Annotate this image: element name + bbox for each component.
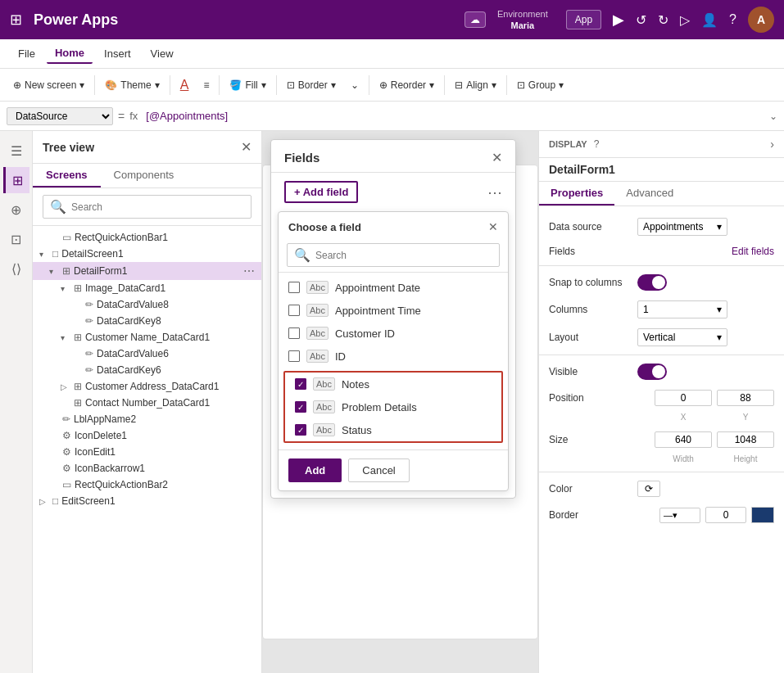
choose-search-input[interactable] [315,250,492,261]
size-h-input[interactable] [717,431,774,448]
undo-icon[interactable]: ↺ [636,12,646,28]
add-btn[interactable]: Add [288,458,342,482]
pos-y-input[interactable] [717,390,774,406]
tree-close-btn[interactable]: ✕ [241,139,252,155]
tree-item-icondelete1[interactable]: ⚙ IconDelete1 [33,427,261,444]
border-style-btn[interactable]: — ▾ [659,508,700,523]
align-text-btn[interactable]: ≡ [197,76,215,94]
field-item-id[interactable]: Abc ID [279,345,508,368]
size-w-input[interactable] [655,431,712,448]
pos-x-input[interactable] [655,390,712,406]
tree-item-iconedit1[interactable]: ⚙ IconEdit1 [33,444,261,460]
field-item-status[interactable]: ✓ Abc Status [285,418,501,441]
tree-item-editscreen1[interactable]: ▷ □ EditScreen1 [33,493,261,509]
group-icon: ⊡ [517,79,525,91]
menu-file[interactable]: File [10,44,43,63]
field-item-customer-id[interactable]: Abc Customer ID [279,322,508,345]
tree-tab-screens[interactable]: Screens [33,164,101,187]
reorder-btn[interactable]: ⊕ Reorder ▾ [373,76,441,94]
menu-home[interactable]: Home [47,43,93,64]
field-checkbox-id[interactable] [288,350,300,362]
menu-insert[interactable]: Insert [96,44,139,63]
border-width-input[interactable] [705,507,746,523]
play-icon[interactable]: ▶ [613,11,624,29]
property-select[interactable]: DataSource [7,107,113,125]
dropdown-arrow-btn[interactable]: ⌄ [344,76,365,94]
tree-tab-components[interactable]: Components [101,164,188,187]
choose-field-search-area: 🔍 [279,238,508,273]
add-field-btn[interactable]: + Add field [284,181,358,203]
tree-search-input[interactable] [71,201,244,213]
field-checkbox-notes[interactable]: ✓ [295,378,306,390]
formula-input[interactable] [143,110,764,122]
tab-advanced[interactable]: Advanced [614,182,685,206]
sidebar-icon-data[interactable]: ⊡ [3,226,29,252]
fx-button[interactable]: fx [129,110,138,122]
help-icon[interactable]: ? [729,12,736,27]
run-icon[interactable]: ▷ [680,12,690,28]
group-btn[interactable]: ⊡ Group ▾ [510,76,570,94]
sidebar-icon-treeview[interactable]: ⊞ [3,167,29,193]
columns-value: 1 [643,304,649,315]
field-item-notes[interactable]: ✓ Abc Notes [285,373,501,395]
align-btn[interactable]: ⊟ Align ▾ [448,76,503,94]
tree-item-rectquickactionbar1[interactable]: ▭ RectQuickActionBar1 [33,229,261,246]
sidebar-icon-variables[interactable]: ⟨⟩ [3,255,29,282]
tree-item-iconbackarrow1[interactable]: ⚙ IconBackarrow1 [33,460,261,477]
props-expand-btn[interactable]: › [770,138,774,151]
top-icons: App ▶ ↺ ↻ ▷ 👤 ? A [566,7,774,33]
sidebar-icon-insert[interactable]: ⊕ [3,196,29,223]
fields-more-btn[interactable]: ⋯ [487,183,502,201]
color-label: Color [549,483,631,495]
columns-select[interactable]: 1 ▾ [637,300,727,318]
fields-close-btn[interactable]: ✕ [492,150,502,165]
font-btn[interactable]: A [174,75,196,96]
fill-btn[interactable]: 🪣 Fill ▾ [223,76,272,94]
field-checkbox-appointment-time[interactable] [288,305,300,316]
field-checkbox-status[interactable]: ✓ [295,424,306,436]
cancel-btn[interactable]: Cancel [348,458,409,482]
tree-item-detailscreen1[interactable]: ▾ □ DetailScreen1 [33,246,261,262]
color-btn[interactable]: ⟳ [637,481,660,497]
app-button[interactable]: App [566,10,601,29]
field-checkbox-customer-id[interactable] [288,327,300,339]
tab-properties[interactable]: Properties [539,182,614,206]
tree-item-detailform1[interactable]: ▾ ⊞ DetailForm1 ⋯ [33,262,261,280]
tree-item-contactnumber-datacard1[interactable]: ⊞ Contact Number_DataCard1 [33,395,261,411]
waffle-icon[interactable]: ⊞ [10,11,22,29]
field-item-problem-details[interactable]: ✓ Abc Problem Details [285,395,501,418]
field-item-appointment-time[interactable]: Abc Appointment Time [279,299,508,322]
tree-item-rectquickactionbar2[interactable]: ▭ RectQuickActionBar2 [33,477,261,493]
prop-size-labels: Width Height [539,453,784,468]
field-checkbox-problem-details[interactable]: ✓ [295,401,306,413]
menu-view[interactable]: View [143,44,182,63]
formula-chevron[interactable]: ⌄ [769,111,777,122]
visible-toggle[interactable] [637,364,667,380]
sidebar-icon-hamburger[interactable]: ☰ [3,138,29,164]
tree-item-datacardvalue6[interactable]: ✏ DataCardValue6 [33,346,261,362]
tree-item-more[interactable]: ⋯ [243,264,255,278]
tree-item-datacardkey8[interactable]: ✏ DataCardKey8 [33,313,261,329]
props-help-icon[interactable]: ? [594,138,600,150]
tree-item-datacardkey6[interactable]: ✏ DataCardKey6 [33,362,261,378]
share-icon[interactable]: 👤 [701,12,718,28]
field-item-appointment-date[interactable]: Abc Appointment Date [279,276,508,299]
border-color-swatch[interactable] [751,507,774,523]
redo-icon[interactable]: ↻ [658,12,668,28]
border-btn[interactable]: ⊡ Border ▾ [280,76,342,94]
edit-fields-link[interactable]: Edit fields [732,246,774,257]
field-checkbox-appointment-date[interactable] [288,282,300,293]
tree-item-image-datacard1[interactable]: ▾ ⊞ Image_DataCard1 [33,280,261,296]
choose-field-close-btn[interactable]: ✕ [488,220,498,233]
layout-select[interactable]: Vertical ▾ [637,328,727,346]
avatar[interactable]: A [748,7,774,33]
theme-btn[interactable]: 🎨 Theme ▾ [98,76,165,94]
tree-item-lblappname2[interactable]: ✏ LblAppName2 [33,411,261,427]
snap-toggle[interactable] [637,274,667,291]
tree-item-customeraddress-datacard1[interactable]: ▷ ⊞ Customer Address_DataCard1 [33,378,261,395]
new-screen-btn[interactable]: ⊕ New screen ▾ [7,76,91,94]
cloud-icon[interactable]: ☁ [465,11,486,28]
datasource-select[interactable]: Appointments ▾ [637,218,727,236]
tree-item-datacardvalue8[interactable]: ✏ DataCardValue8 [33,296,261,313]
tree-item-customername-datacard1[interactable]: ▾ ⊞ Customer Name_DataCard1 [33,329,261,346]
